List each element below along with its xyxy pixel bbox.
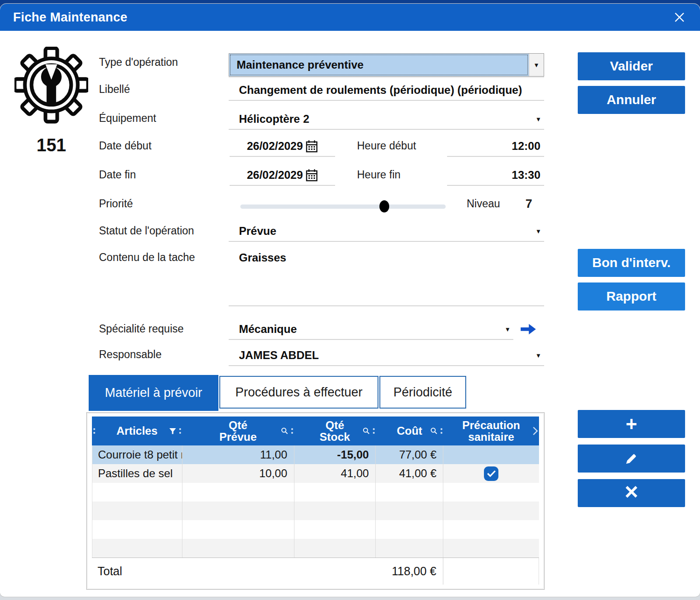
specialite-dropdown[interactable]: Mécanique ▼	[229, 319, 513, 340]
total-label: Total	[92, 565, 182, 578]
pencil-icon	[624, 452, 638, 466]
table-row[interactable]: Pastilles de sel 10,00 41,00 41,00 €	[92, 464, 539, 483]
priorite-label: Priorité	[99, 198, 133, 210]
heure-fin-value: 13:30	[512, 169, 540, 182]
cell-qte-prevue: 10,00	[182, 464, 294, 483]
precaution-checkbox-checked[interactable]	[484, 466, 498, 481]
heure-fin-label: Heure fin	[357, 169, 400, 181]
table-row[interactable]: Courroie t8 petit m 11,00 -15,00 77,00 €	[92, 445, 539, 464]
button-label: Bon d'interv.	[592, 255, 671, 270]
date-debut-label: Date début	[99, 140, 152, 152]
cell-qte-prevue: 11,00	[182, 445, 294, 464]
date-debut-field[interactable]: 26/02/2029	[230, 136, 335, 157]
equipement-value: Hélicoptère 2	[239, 113, 309, 126]
specialite-label: Spécialité requise	[99, 323, 184, 335]
button-label: Rapport	[606, 289, 656, 304]
chevron-down-icon: ▼	[535, 352, 544, 359]
heure-debut-value: 12:00	[512, 140, 540, 153]
column-resize-handle[interactable]	[373, 428, 375, 434]
libelle-field[interactable]: Changement de roulements (périodique) (p…	[229, 80, 544, 101]
tab-label: Procédures à effectuer	[235, 385, 363, 400]
contenu-textarea[interactable]: Graisses	[229, 248, 544, 306]
operation-type-dropdown[interactable]: Maintenance préventive ▼	[229, 53, 544, 77]
column-header-cout[interactable]: Coût	[376, 416, 443, 445]
heure-fin-field[interactable]: 13:30	[447, 165, 544, 186]
assign-specialite-button[interactable]	[519, 322, 538, 338]
chevron-down-icon: ▼	[535, 116, 544, 123]
responsable-dropdown[interactable]: JAMES ABDEL ▼	[229, 346, 544, 366]
table-row-empty[interactable]	[92, 539, 539, 558]
filter-icon[interactable]	[169, 428, 176, 435]
search-icon[interactable]	[430, 427, 438, 435]
responsable-value: JAMES ABDEL	[239, 349, 319, 362]
table-row-empty[interactable]	[92, 501, 539, 520]
button-label: Valider	[610, 59, 653, 74]
responsable-label: Responsable	[99, 348, 161, 361]
annuler-button[interactable]: Annuler	[578, 86, 685, 114]
search-icon[interactable]	[363, 427, 370, 435]
search-icon[interactable]	[281, 427, 288, 435]
priority-slider-thumb[interactable]	[379, 200, 389, 212]
niveau-label: Niveau	[467, 198, 500, 210]
tab-periodicite[interactable]: Périodicité	[379, 376, 466, 409]
table-row-empty[interactable]	[92, 483, 539, 501]
delete-row-button[interactable]: ×	[578, 479, 685, 507]
window-title: Fiche Maintenance	[13, 10, 127, 25]
cell-article: Pastilles de sel	[92, 464, 182, 483]
calendar-icon[interactable]	[306, 140, 318, 153]
close-icon	[672, 9, 687, 25]
column-header-qte-prevue[interactable]: Qté Prévue	[182, 416, 294, 445]
column-resize-handle[interactable]	[441, 428, 442, 434]
column-label: Coût	[397, 425, 422, 437]
specialite-value: Mécanique	[239, 323, 297, 336]
column-header-articles[interactable]: Articles	[92, 416, 182, 445]
edit-row-button[interactable]	[578, 445, 685, 473]
cell-precaution	[443, 445, 539, 464]
materials-table: Articles Qté Prévue	[86, 412, 545, 590]
cell-article: Courroie t8 petit m	[92, 445, 182, 464]
column-label: Précaution sanitaire	[462, 419, 520, 443]
column-header-precaution-sanitaire[interactable]: Précaution sanitaire	[443, 416, 539, 445]
cell-qte-stock: 41,00	[294, 464, 376, 483]
statut-dropdown[interactable]: Prévue ▼	[229, 221, 544, 242]
checkmark-icon	[487, 470, 496, 477]
calendar-icon[interactable]	[306, 169, 318, 182]
button-label: Annuler	[607, 92, 656, 107]
chevron-down-icon: ▼	[533, 62, 539, 69]
table-header-row: Articles Qté Prévue	[92, 416, 539, 445]
operation-type-label: Type d'opération	[99, 56, 178, 69]
bon-intervention-button[interactable]: Bon d'interv.	[578, 249, 685, 277]
operation-type-value: Maintenance préventive	[229, 54, 529, 76]
drag-handle-icon[interactable]	[93, 428, 95, 434]
table-row-empty[interactable]	[92, 520, 539, 539]
table-total-row: Total 118,00 €	[92, 558, 539, 585]
cell-qte-stock: -15,00	[294, 445, 376, 464]
total-value: 118,00 €	[376, 558, 443, 585]
add-row-button[interactable]: +	[578, 410, 685, 438]
close-button[interactable]	[669, 7, 690, 28]
titlebar: Fiche Maintenance	[0, 4, 700, 31]
priority-slider-track[interactable]	[240, 205, 446, 209]
chevron-right-icon[interactable]	[532, 426, 538, 436]
column-resize-handle[interactable]	[179, 428, 181, 434]
heure-debut-field[interactable]: 12:00	[447, 136, 544, 157]
rapport-button[interactable]: Rapport	[578, 282, 685, 311]
table-body: Courroie t8 petit m 11,00 -15,00 77,00 €…	[92, 445, 539, 558]
tab-materiel-a-prevoir[interactable]: Matériel à prévoir	[89, 375, 218, 411]
column-label: Qté Prévue	[219, 419, 257, 443]
arrow-right-icon	[519, 322, 538, 336]
niveau-value: 7	[525, 197, 532, 211]
contenu-label: Contenu de la tache	[99, 251, 195, 264]
date-debut-value: 26/02/2029	[247, 140, 303, 153]
column-header-qte-stock[interactable]: Qté Stock	[294, 416, 376, 445]
operation-type-dropdown-button[interactable]: ▼	[529, 54, 544, 76]
date-fin-field[interactable]: 26/02/2029	[230, 165, 335, 186]
valider-button[interactable]: Valider	[578, 52, 685, 80]
column-resize-handle[interactable]	[291, 428, 293, 434]
tab-label: Matériel à prévoir	[105, 386, 203, 400]
equipement-label: Équipement	[99, 112, 156, 125]
equipement-dropdown[interactable]: Hélicoptère 2 ▼	[229, 109, 544, 130]
fiche-maintenance-dialog: Fiche Maintenance	[0, 4, 700, 597]
tab-procedures-a-effectuer[interactable]: Procédures à effectuer	[219, 376, 378, 409]
cell-cout: 77,00 €	[376, 445, 443, 464]
